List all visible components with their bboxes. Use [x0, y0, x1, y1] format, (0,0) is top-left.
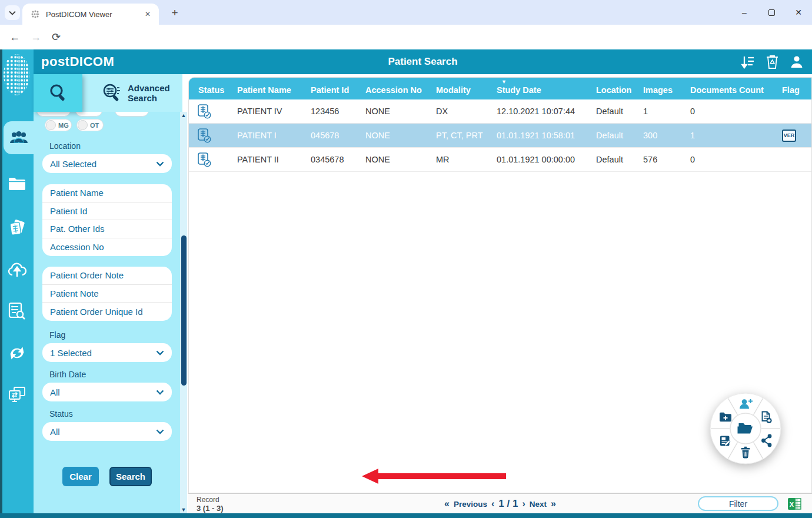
edit-report-icon[interactable] — [720, 436, 730, 446]
cell-flag: VER — [773, 130, 811, 142]
tab-title: PostDICOM Viewer — [46, 10, 142, 19]
col-images[interactable]: Images — [634, 78, 681, 99]
sync-arrows-icon — [8, 345, 26, 361]
page-title: Patient Search — [388, 56, 457, 68]
toggle-clipped-3[interactable] — [115, 112, 149, 117]
accession-no-input[interactable]: Accession No — [42, 238, 172, 257]
browser-tab[interactable]: PostDICOM Viewer ✕ — [22, 4, 159, 25]
excel-icon: X — [787, 497, 801, 511]
patient-order-note-input[interactable]: Patient Order Note — [42, 267, 172, 285]
status-dropdown[interactable]: All — [42, 422, 172, 441]
brain-logo — [2, 52, 32, 101]
sidebar-item-patient-search[interactable] — [4, 121, 34, 154]
new-tab-button[interactable]: + — [167, 5, 182, 21]
toggle-clipped-2[interactable] — [75, 112, 102, 117]
recycle-bin-icon[interactable] — [766, 55, 779, 69]
sidebar-item-remote-transfer[interactable] — [0, 378, 34, 411]
scrollbar-thumb[interactable] — [181, 235, 187, 386]
tab-simple-search[interactable] — [34, 74, 82, 112]
ver-flag-badge: VER — [782, 130, 796, 142]
birth-date-label: Birth Date — [49, 370, 86, 379]
col-modality[interactable]: Modality — [427, 78, 487, 99]
cell-images: 576 — [634, 155, 681, 164]
toggle-ot-label: OT — [90, 122, 99, 129]
col-documents-count[interactable]: Documents Count — [681, 78, 773, 99]
table-row[interactable]: PATIENT II 0345678 NONE MR 01.01.1921 00… — [189, 148, 811, 172]
record-value: 3 (1 - 3) — [197, 504, 224, 513]
cell-patient-name: PATIENT IV — [228, 107, 301, 116]
chevron-down-icon — [156, 429, 164, 434]
cell-patient-id: 123456 — [301, 107, 356, 116]
birth-date-dropdown[interactable]: All — [42, 383, 172, 401]
window-maximize-button[interactable] — [758, 0, 785, 25]
col-study-date[interactable]: ▼ Study Date — [487, 78, 587, 99]
sidebar-item-reports[interactable] — [0, 294, 34, 327]
study-status-cell — [189, 152, 228, 168]
sidebar-item-sync[interactable] — [0, 337, 34, 370]
col-flag[interactable]: Flag — [773, 78, 811, 99]
page-indicator: 1 / 1 — [498, 498, 518, 510]
patient-note-input[interactable]: Patient Note — [42, 285, 172, 303]
table-row-selected[interactable]: PATIENT I 045678 NONE PT, CT, PRT 01.01.… — [189, 124, 811, 148]
cell-documents-count: 1 — [681, 131, 773, 140]
location-value: All Selected — [50, 159, 96, 169]
prev-page-icon[interactable]: ‹ — [491, 499, 494, 509]
cell-location: Default — [587, 107, 634, 116]
sidebar-item-upload[interactable] — [0, 253, 34, 286]
svg-text:X: X — [790, 501, 794, 508]
window-close-button[interactable]: ✕ — [785, 0, 812, 25]
toggle-clipped-1[interactable] — [36, 112, 71, 117]
patient-other-ids-input[interactable]: Pat. Other Ids — [42, 220, 172, 238]
toggle-ot[interactable]: OT — [76, 119, 104, 131]
back-button[interactable]: ← — [9, 31, 20, 44]
tab-close-icon[interactable]: ✕ — [142, 9, 153, 19]
patients-icon — [9, 130, 28, 145]
search-fields-group-2: Patient Order Note Patient Note Patient … — [42, 267, 172, 321]
toggle-mg[interactable]: MG — [45, 119, 72, 131]
flag-dropdown[interactable]: 1 Selected — [42, 343, 172, 362]
col-patient-id[interactable]: Patient Id — [301, 78, 356, 99]
tab-search-button[interactable] — [5, 5, 20, 20]
user-icon[interactable] — [790, 55, 804, 69]
patient-name-input[interactable]: Patient Name — [42, 184, 172, 202]
search-panel-content: MG OT Location All Selected Patient Name… — [34, 112, 182, 518]
clear-button[interactable]: Clear — [62, 467, 99, 486]
sidebar — [0, 49, 34, 518]
app-bottom-bar — [0, 513, 812, 518]
cell-location: Default — [587, 131, 634, 140]
forward-button[interactable]: → — [31, 31, 41, 44]
tab-advanced-search[interactable]: Advanced Search — [82, 74, 182, 112]
location-dropdown[interactable]: All Selected — [42, 154, 172, 173]
window-minimize-button[interactable]: – — [731, 0, 758, 25]
sidebar-item-dicom-files[interactable] — [0, 211, 34, 244]
sort-queue-icon[interactable] — [741, 55, 755, 69]
first-page-icon[interactable]: « — [444, 499, 450, 509]
scroll-down-icon[interactable]: ▼ — [180, 506, 187, 513]
scroll-up-icon[interactable]: ▲ — [180, 112, 187, 119]
sidebar-item-folders[interactable] — [0, 167, 34, 200]
col-accession-no[interactable]: Accession No — [356, 78, 427, 99]
col-patient-name[interactable]: Patient Name — [228, 78, 301, 99]
excel-export-button[interactable]: X — [787, 497, 801, 513]
previous-page-button[interactable]: Previous — [454, 500, 487, 509]
birth-date-value: All — [50, 387, 60, 397]
col-location[interactable]: Location — [587, 78, 634, 99]
pagination: « Previous ‹ 1 / 1 › Next » — [444, 494, 556, 514]
col-study-date-label: Study Date — [497, 85, 541, 95]
chevron-down-icon — [156, 390, 164, 395]
search-button[interactable]: Search — [109, 467, 152, 486]
reload-button[interactable]: ⟳ — [52, 31, 61, 44]
cell-modality: MR — [427, 155, 487, 164]
patient-order-unique-id-input[interactable]: Patient Order Unique Id — [42, 303, 172, 321]
next-page-button[interactable]: Next — [530, 500, 547, 509]
panel-scrollbar[interactable]: ▲ ▼ — [180, 112, 187, 513]
filter-button[interactable]: Filter — [698, 496, 778, 511]
patient-id-input[interactable]: Patient Id — [42, 202, 172, 221]
browser-toolbar: ← → ⟳ germany.postdicom.com/Viewer/Main … — [0, 25, 812, 49]
location-label: Location — [49, 141, 81, 151]
col-status[interactable]: Status — [189, 78, 228, 99]
table-row[interactable]: PATIENT IV 123456 NONE DX 12.10.2021 10:… — [189, 99, 811, 124]
next-page-icon[interactable]: › — [522, 499, 525, 509]
cell-documents-count: 0 — [681, 155, 773, 164]
last-page-icon[interactable]: » — [551, 499, 556, 509]
